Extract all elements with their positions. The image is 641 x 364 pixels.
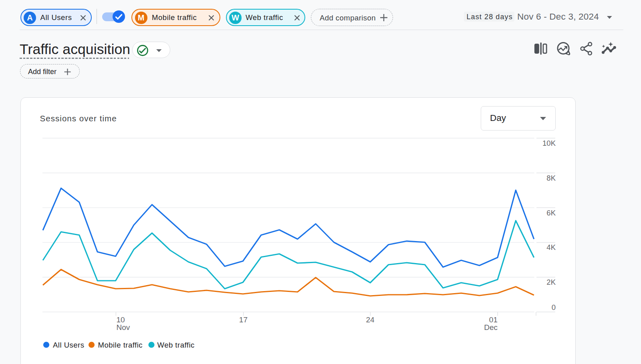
svg-text:6K: 6K: [546, 209, 556, 217]
svg-text:Dec: Dec: [484, 323, 498, 332]
svg-text:Mobile traffic: Mobile traffic: [98, 341, 143, 349]
svg-text:0: 0: [552, 303, 556, 312]
svg-text:Nov: Nov: [117, 323, 130, 332]
svg-text:All Users: All Users: [53, 341, 85, 349]
svg-text:8K: 8K: [546, 174, 556, 182]
svg-text:24: 24: [366, 316, 375, 324]
svg-text:2K: 2K: [546, 278, 556, 286]
svg-text:17: 17: [239, 316, 248, 324]
svg-text:10K: 10K: [542, 139, 556, 147]
svg-text:4K: 4K: [546, 243, 556, 251]
svg-text:Web traffic: Web traffic: [157, 341, 195, 349]
